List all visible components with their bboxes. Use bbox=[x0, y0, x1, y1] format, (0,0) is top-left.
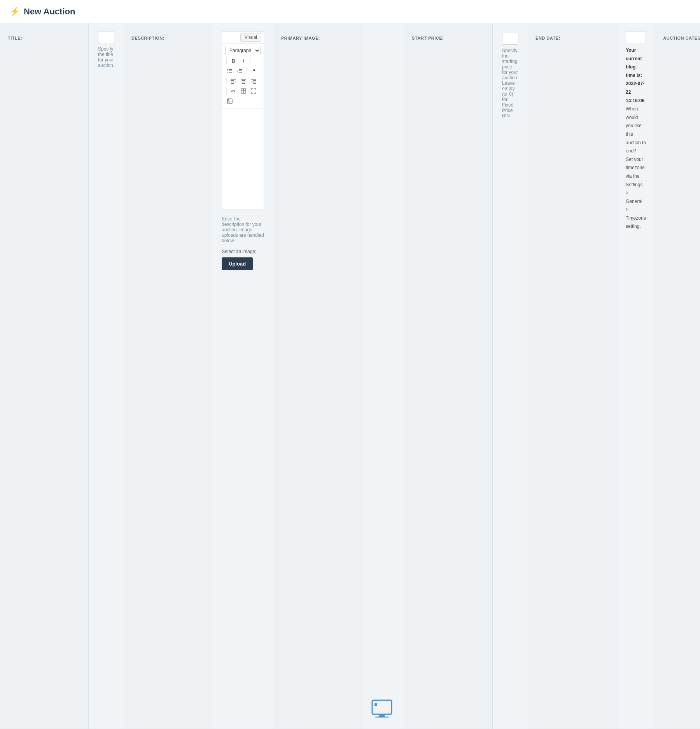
end-date-field-col: Your current blog time is: 2022-07-22 14… bbox=[616, 23, 655, 729]
end-date-hint1: When would you like this auction to end? bbox=[626, 105, 646, 156]
fullscreen-button[interactable] bbox=[249, 86, 258, 96]
start-price-row: START PRICE: Specify the starting price … bbox=[404, 23, 528, 729]
main-container: TITLE: Specify the title for your auctio… bbox=[0, 23, 700, 729]
svg-rect-12 bbox=[231, 79, 236, 80]
unordered-list-button[interactable] bbox=[225, 66, 234, 75]
svg-rect-17 bbox=[242, 80, 245, 81]
description-hint: Enter the description for your auction. … bbox=[222, 216, 264, 243]
align-center-button[interactable] bbox=[239, 76, 248, 86]
primary-image-row: PRIMARY IMAGE: bbox=[273, 23, 404, 729]
svg-rect-23 bbox=[253, 83, 256, 84]
svg-point-5 bbox=[228, 72, 228, 73]
description-field-col: Visual Paragraph B I bbox=[212, 23, 273, 729]
align-left-button[interactable] bbox=[229, 76, 238, 86]
end-date-hint2: Set your timezone via the Settings > Gen… bbox=[626, 156, 646, 231]
auction-category-label-col: AUCTION CATEGORY: bbox=[655, 23, 700, 729]
svg-rect-1 bbox=[229, 71, 232, 72]
end-date-info: Your current blog time is: 2022-07-22 14… bbox=[626, 46, 646, 231]
upload-button[interactable]: Upload bbox=[222, 257, 253, 270]
editor-content-area[interactable] bbox=[222, 108, 264, 210]
select-image-label: Select an image: bbox=[222, 249, 264, 254]
start-price-label-col: START PRICE: bbox=[404, 23, 493, 729]
page-title: New Auction bbox=[24, 7, 75, 17]
svg-point-3 bbox=[228, 69, 228, 70]
svg-rect-13 bbox=[231, 80, 234, 81]
paragraph-select[interactable]: Paragraph bbox=[225, 46, 261, 55]
svg-rect-28 bbox=[228, 100, 229, 101]
start-price-field-col: Specify the starting price for your auct… bbox=[493, 23, 528, 729]
current-time-label: Your current blog time is: 2022-07-22 14… bbox=[626, 47, 644, 103]
toolbar-sep-2 bbox=[250, 57, 250, 64]
start-price-label: START PRICE: bbox=[412, 33, 444, 40]
link-button[interactable] bbox=[229, 86, 238, 96]
description-row: DESCRIPTION: Visual Paragraph B I bbox=[124, 23, 273, 729]
start-price-hint: Specify the starting price for your auct… bbox=[502, 48, 518, 119]
auction-category-label: AUCTION CATEGORY: bbox=[663, 33, 700, 40]
align-right-button[interactable] bbox=[249, 76, 258, 86]
page-header: ⚡ New Auction bbox=[0, 0, 700, 23]
toolbar-sep-3 bbox=[247, 67, 247, 74]
svg-rect-33 bbox=[379, 715, 385, 717]
title-label: TITLE: bbox=[8, 33, 22, 40]
editor-toolbar: Paragraph B I bbox=[222, 44, 264, 108]
title-hint: Specify the title for your auction. bbox=[98, 46, 114, 68]
auction-icon: ⚡ bbox=[9, 7, 20, 17]
svg-rect-35 bbox=[374, 703, 377, 706]
svg-rect-20 bbox=[251, 79, 256, 80]
end-date-row: END DATE: Your current blog time is: 202… bbox=[528, 23, 655, 729]
svg-rect-0 bbox=[229, 69, 232, 70]
editor-top-bar: Visual bbox=[222, 31, 264, 44]
svg-rect-31 bbox=[228, 103, 230, 103]
table-button[interactable] bbox=[239, 86, 248, 96]
ordered-list-button[interactable]: 1 2 3 bbox=[235, 66, 245, 75]
italic-button[interactable]: I bbox=[239, 56, 248, 65]
svg-rect-29 bbox=[228, 101, 230, 101]
svg-rect-34 bbox=[375, 717, 388, 718]
svg-rect-14 bbox=[231, 82, 236, 82]
visual-button[interactable]: Visual bbox=[240, 33, 261, 42]
title-field-col: Specify the title for your auction. bbox=[89, 23, 124, 729]
title-input[interactable] bbox=[98, 31, 114, 43]
svg-rect-7 bbox=[239, 71, 242, 72]
primary-image-label-col: PRIMARY IMAGE: bbox=[273, 23, 362, 729]
rich-text-editor: Visual Paragraph B I bbox=[222, 31, 264, 210]
description-label-col: DESCRIPTION: bbox=[124, 23, 212, 729]
description-label: DESCRIPTION: bbox=[131, 33, 164, 40]
svg-rect-22 bbox=[251, 82, 256, 82]
description-extra: Enter the description for your auction. … bbox=[222, 216, 264, 270]
primary-image-field-col bbox=[362, 23, 404, 729]
end-date-label-col: END DATE: bbox=[528, 23, 616, 729]
toolbar-sep-1 bbox=[226, 57, 227, 64]
primary-image-label: PRIMARY IMAGE: bbox=[281, 33, 320, 40]
svg-text:3: 3 bbox=[238, 71, 239, 73]
end-date-input[interactable] bbox=[626, 31, 646, 43]
svg-point-4 bbox=[228, 70, 228, 71]
toolbar-sep-5 bbox=[226, 87, 227, 94]
end-date-label: END DATE: bbox=[536, 33, 560, 40]
svg-rect-6 bbox=[239, 69, 242, 70]
title-label-col: TITLE: bbox=[0, 23, 89, 729]
title-row: TITLE: Specify the title for your auctio… bbox=[0, 23, 124, 729]
blockquote-button[interactable]: ❝ bbox=[249, 66, 258, 75]
bold-button[interactable]: B bbox=[229, 56, 238, 65]
auction-category-row: AUCTION CATEGORY: Uncategorised Specify … bbox=[655, 23, 700, 729]
code-button[interactable] bbox=[225, 96, 234, 106]
svg-rect-19 bbox=[242, 83, 245, 84]
svg-rect-32 bbox=[372, 700, 392, 714]
svg-rect-21 bbox=[253, 80, 256, 81]
svg-rect-8 bbox=[239, 72, 242, 73]
svg-rect-16 bbox=[241, 79, 246, 80]
toolbar-sep-4 bbox=[226, 77, 227, 84]
svg-rect-2 bbox=[229, 72, 232, 73]
monitor-icon bbox=[371, 699, 395, 722]
svg-rect-18 bbox=[241, 82, 246, 82]
svg-rect-30 bbox=[228, 102, 231, 102]
start-price-input[interactable] bbox=[502, 33, 518, 45]
svg-rect-15 bbox=[231, 83, 234, 84]
